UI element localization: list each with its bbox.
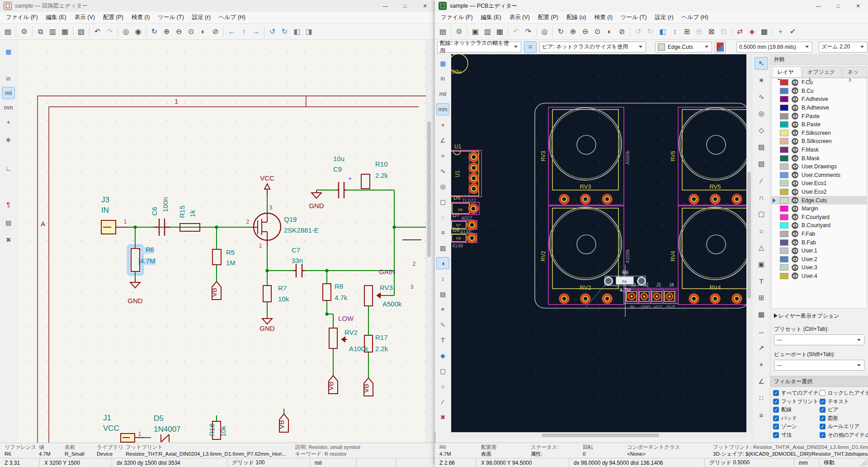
menu-item-3[interactable]: 配置 (P) [534, 12, 562, 23]
tht-pad[interactable] [733, 295, 741, 303]
checkbox-checked[interactable]: ✓ [773, 432, 779, 438]
add-table-icon[interactable]: ▦ [755, 308, 768, 321]
units-mm-button[interactable]: mm [436, 103, 449, 115]
schematic-titlebar[interactable]: sample — 回路図エディター — □ ✕ [0, 0, 435, 12]
layer-row-B.Silkscreen[interactable]: B.Silkscreen [772, 137, 867, 146]
units-in-button[interactable]: in [436, 72, 449, 85]
filter-item-9[interactable]: ✓ルールエリア [820, 423, 868, 430]
grid-presets-icon[interactable]: ∷ [755, 392, 768, 405]
resize-grip[interactable] [860, 459, 868, 466]
hidden-pins-icon[interactable]: ◆ [2, 133, 15, 145]
layer-row-Margin[interactable]: Margin [772, 205, 867, 213]
filter-item-7[interactable]: ✓図形 [820, 415, 868, 422]
layer-color-swatch[interactable] [780, 113, 788, 119]
visibility-eye-icon[interactable] [792, 87, 798, 94]
search-netlist-icon[interactable]: ◈ [746, 25, 758, 38]
layer-color-swatch[interactable] [780, 264, 788, 271]
filter-item-8[interactable]: ✓ゾーン [773, 423, 820, 430]
layer-row-B.Mask[interactable]: B.Mask [772, 154, 867, 162]
board-setup-icon[interactable]: ⚙ [453, 25, 465, 38]
layer-color-swatch[interactable] [780, 256, 788, 262]
layer-color-swatch[interactable] [780, 197, 788, 204]
layer-color-swatch[interactable] [780, 214, 788, 220]
zoom-select[interactable]: ズーム 2.20 [819, 42, 868, 52]
layer-color-swatch[interactable] [780, 163, 788, 170]
draw-line-icon[interactable]: ∕ [755, 174, 768, 187]
pcb-vscrollbar[interactable] [746, 54, 752, 432]
visibility-eye-icon[interactable] [792, 105, 798, 111]
mirror-h-icon[interactable]: ◧ [291, 25, 303, 38]
layer-color-swatch[interactable] [780, 222, 788, 229]
filter-item-3[interactable]: ✓テキスト [820, 398, 868, 405]
layer-row-B.Courtyard[interactable]: B.Courtyard [772, 221, 867, 230]
tht-pad-square[interactable] [666, 293, 673, 300]
rotate-cw-icon[interactable]: ↻ [278, 25, 291, 38]
filter-item-6[interactable]: ✓パッド [773, 415, 820, 422]
layer-row-Edge.Cuts[interactable]: Edge.Cuts [772, 196, 867, 205]
layer-row-B.Adhesive[interactable]: B.Adhesive [772, 104, 867, 112]
drill-origin-icon[interactable]: ⌖ [436, 303, 449, 315]
visibility-eye-icon[interactable] [792, 180, 798, 187]
mirror-icon[interactable]: ◧ [656, 25, 669, 38]
menu-item-5[interactable]: ツール (T) [154, 12, 188, 23]
visibility-eye-icon[interactable] [792, 205, 798, 212]
layer-row-User.Drawings[interactable]: User.Drawings [772, 162, 867, 171]
via-size-select[interactable]: ビア: ネットクラスのサイズを使用 [539, 42, 646, 52]
units-in-button[interactable]: in [2, 72, 15, 85]
track-display-mode-icon[interactable]: ≡ [436, 226, 449, 238]
visibility-eye-icon[interactable] [792, 272, 798, 279]
tht-pad[interactable] [468, 221, 476, 229]
rule-area-icon[interactable]: ▧ [755, 157, 768, 170]
tht-pad[interactable] [560, 195, 569, 204]
checkbox-checked[interactable]: ✓ [773, 407, 779, 413]
draw-arc-icon[interactable]: ∩ [755, 191, 768, 204]
print-icon[interactable]: ▥ [481, 25, 494, 38]
tht-pad[interactable] [690, 195, 698, 204]
zoom-out-icon[interactable]: ⊖ [173, 25, 185, 38]
layer-row-User.3[interactable]: User.3 [772, 263, 867, 272]
net-highlight-icon[interactable]: ◎ [436, 180, 449, 192]
measure-icon[interactable]: ∠ [755, 375, 768, 388]
via-display-mode-icon[interactable]: ◌ [436, 211, 449, 223]
filter-item-5[interactable]: ✓ビア [820, 406, 868, 413]
redo-icon[interactable]: ↷ [522, 25, 534, 38]
layer-row-User.Comments[interactable]: User.Comments [772, 171, 867, 180]
print-icon[interactable]: ▥ [47, 25, 59, 38]
layer-color-swatch[interactable] [780, 138, 788, 144]
zoom-out-icon[interactable]: ⊖ [579, 25, 591, 38]
menu-item-7[interactable]: 設定 (r) [651, 12, 678, 23]
layer-color-swatch[interactable] [780, 239, 788, 246]
local-ratsnest-icon[interactable]: ∗ [755, 74, 768, 86]
symbols[interactable] [101, 174, 421, 442]
schematic-canvas[interactable]: 1 A + [17, 40, 426, 443]
visibility-eye-icon[interactable] [792, 155, 798, 162]
tht-pad[interactable] [711, 295, 720, 303]
checkbox-checked[interactable]: ✓ [773, 390, 779, 396]
layer-color-swatch[interactable] [780, 231, 788, 237]
menu-item-8[interactable]: ヘルプ (H) [678, 12, 712, 23]
layer-color-swatch[interactable] [780, 130, 788, 136]
layer-color-swatch[interactable] [780, 96, 788, 102]
hv-line-mode-icon[interactable]: ∟ [2, 162, 15, 174]
visibility-eye-icon[interactable] [792, 222, 798, 229]
checkbox-checked[interactable]: ✓ [820, 407, 826, 413]
find-replace-icon[interactable]: ◉ [132, 25, 144, 38]
layer-color-swatch[interactable] [780, 205, 788, 212]
rotate-ccw-icon[interactable]: ↺ [632, 25, 644, 38]
active-layer-select[interactable]: Edge.Cuts [655, 42, 712, 52]
tht-pad[interactable] [711, 195, 720, 204]
layer-color-swatch[interactable] [780, 172, 788, 178]
checkbox-checked[interactable]: ✓ [773, 415, 779, 421]
visibility-eye-icon[interactable] [792, 214, 798, 220]
layer-row-F.Paste[interactable]: F.Paste [772, 112, 867, 120]
tab-オブジェクト[interactable]: オブジェクト [802, 67, 842, 77]
grid-size-select[interactable]: 0.5000 mm (19.69 mils) [736, 42, 812, 52]
tht-pad[interactable] [690, 295, 698, 303]
checkbox-checked[interactable]: ✓ [773, 399, 779, 405]
visibility-eye-icon[interactable] [792, 256, 798, 262]
menu-item-6[interactable]: 設定 (r) [188, 12, 215, 23]
visibility-eye-icon[interactable] [792, 163, 798, 170]
menu-item-6[interactable]: ツール (T) [617, 12, 651, 23]
layer-row-F.Cu[interactable]: F.Cu [772, 78, 867, 87]
undo-icon[interactable]: ↶ [91, 25, 104, 38]
